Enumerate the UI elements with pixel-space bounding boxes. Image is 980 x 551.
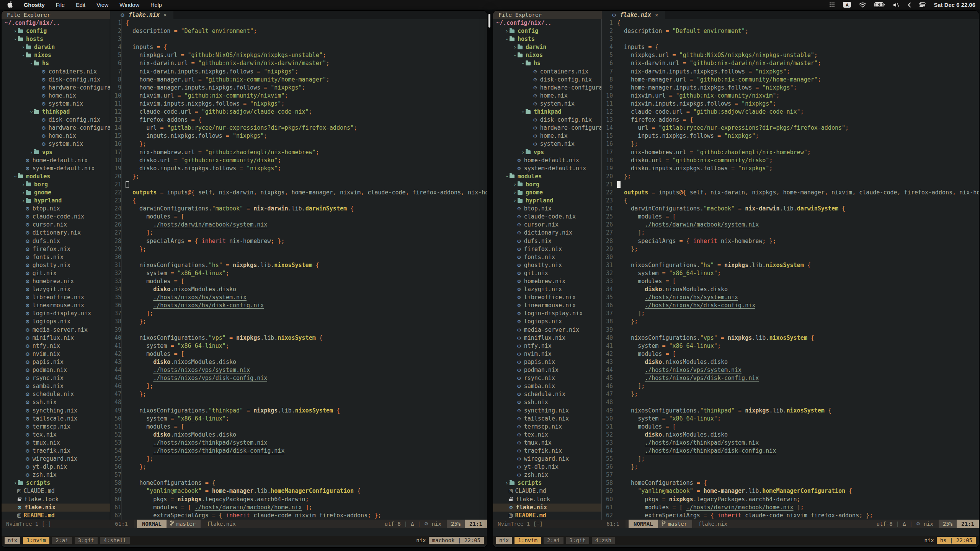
code-line[interactable]: 40 nixosConfigurations."vps" = nixpkgs.l… [602,334,979,342]
code-line[interactable]: 15 inputs.nixpkgs.follows = "nixpkgs"; [110,132,487,140]
tree-item[interactable]: ~/.config/nix/.. [493,19,601,27]
tree-item[interactable]: ⚙traefik.nix [493,447,601,455]
tree-item[interactable]: ⚙podman.nix [493,366,601,374]
wifi-icon[interactable] [859,0,866,10]
tree-item[interactable]: ⚙btop.nix [2,205,110,213]
tree-item[interactable]: ›hs [2,59,110,67]
tab-flake-nix[interactable]: ⚙flake.nix× [602,11,665,19]
code-line[interactable]: 31 nixosConfigurations."hs" = nixpkgs.li… [110,261,487,269]
tree-item[interactable]: ›vps [2,148,110,156]
tree-item[interactable]: ›gnome [2,189,110,197]
tree-item[interactable]: ~/.config/nix/.. [2,19,110,27]
tmux-window-3[interactable]: 3:git [75,537,98,544]
code-line[interactable]: 34 disko.nixosModules.disko [602,285,979,293]
code-line[interactable]: 48 [110,398,487,406]
tree-item[interactable]: ⚙firefox.nix [493,245,601,253]
tree-item[interactable]: ⚙disk-config.nix [2,76,110,84]
code-line[interactable]: 5 nixpkgs.url = "github:NixOS/nixpkgs/ni… [110,51,487,59]
code-line[interactable]: 17 nix-homebrew.url = "github:zhaofengli… [110,148,487,156]
tree-item[interactable]: ⚙nvim.nix [493,350,601,358]
code-line[interactable]: 4 inputs = { [110,43,487,51]
menu-item-app[interactable]: Ghostty [24,2,45,8]
code-line[interactable]: 35 ./hosts/nixos/hs/system.nix [110,293,487,302]
code-line[interactable]: 6 nix-darwin.url = "github:nix-darwin/ni… [602,59,979,67]
tree-item[interactable]: ⚙logiops.nix [2,318,110,326]
code-line[interactable]: 7 nix-darwin.inputs.nixpkgs.follows = "n… [110,68,487,76]
tree-item[interactable]: ⚙dufs.nix [2,237,110,245]
tree-item[interactable]: ›thinkpad [493,108,601,116]
tree-item[interactable]: ⚙containers.nix [493,68,601,76]
tree-item[interactable]: ⚙lazygit.nix [493,285,601,293]
tmux-window-2[interactable]: 2:ai [52,537,72,544]
tree-item[interactable]: ⚙termscp.nix [2,423,110,431]
tree-item[interactable]: ⚙ntfy.nix [493,342,601,350]
tree-item[interactable]: ⚙disk-config.nix [493,116,601,124]
code-line[interactable]: 49 nixosConfigurations."thinkpad" = nixp… [602,407,979,415]
code-line[interactable]: 39 [602,326,979,334]
tree-item[interactable]: ⚙schedule.nix [493,390,601,398]
code-line[interactable]: 20 }; [602,173,979,181]
tree-item[interactable]: ⚙libreoffice.nix [2,293,110,302]
code-line[interactable]: 42 modules = [ [110,350,487,358]
code-line[interactable]: 35 ./hosts/nixos/hs/system.nix [602,293,979,302]
code-line[interactable]: 16 }; [602,140,979,148]
code-line[interactable]: 59 "yanlin@macbook" = home-manager.lib.h… [110,487,487,495]
code-line[interactable]: 50 system = "x86_64-linux"; [110,415,487,423]
code-line[interactable]: 4 inputs = { [602,43,979,51]
tree-item[interactable]: ⚙hardware-configura [493,84,601,92]
menu-item-file[interactable]: File [56,2,65,8]
tree-item[interactable]: ⚙traefik.nix [2,447,110,455]
menu-item-view[interactable]: View [96,2,108,8]
code-line[interactable]: 27 ]; [602,229,979,237]
control-center-icon[interactable] [919,0,926,10]
tree-item[interactable]: ⚙containers.nix [2,68,110,76]
tree-item[interactable]: ⚙flake.nix [493,504,601,512]
tree-item[interactable]: ⚙ssh.nix [2,398,110,406]
code-line[interactable]: 14 url = "gitlab:rycee/nur-expressions?d… [110,124,487,132]
tree-item[interactable]: ⚙disk-config.nix [493,76,601,84]
code-line[interactable]: 25 modules = [ [110,213,487,221]
code-line[interactable]: 6 nix-darwin.url = "github:nix-darwin/ni… [110,59,487,67]
tree-item[interactable]: ⚙zsh.nix [493,471,601,479]
code-line[interactable]: 27 ]; [110,229,487,237]
code-line[interactable]: 40 nixosConfigurations."vps" = nixpkgs.l… [110,334,487,342]
code-line[interactable]: 11 nixvim.inputs.nixpkgs.follows = "nixp… [110,100,487,108]
tree-item[interactable]: ⚙dictionary.nix [493,229,601,237]
tree-item[interactable]: ⚙tailscale.nix [493,415,601,423]
code-line[interactable]: 25 modules = [ [602,213,979,221]
code-line[interactable]: 20 }; [110,173,487,181]
tree-item[interactable]: MREADME.md [493,512,601,520]
tree-item[interactable]: ⚙rsync.nix [2,374,110,382]
code-line[interactable]: 8 home-manager.url = "github:nix-communi… [110,76,487,84]
code-line[interactable]: 36 ./hosts/nixos/hs/disk-config.nix [602,302,979,310]
tree-item[interactable]: ⚙git.nix [2,269,110,277]
code-line[interactable]: 29 }; [110,245,487,253]
tree-item[interactable]: ›hyprland [2,197,110,205]
tree-item[interactable]: ⚙home-default.nix [493,156,601,165]
tree-item[interactable]: ⚙ghostty.nix [2,261,110,269]
code-line[interactable]: 2 description = "Default environment"; [110,27,487,35]
tree-item[interactable]: ⚙ssh.nix [493,398,601,406]
code-line[interactable]: 11 nixvim.inputs.nixpkgs.follows = "nixp… [602,100,979,108]
tree-item[interactable]: ⚙home-default.nix [2,156,110,165]
tmux-session-name[interactable]: nix [496,537,512,544]
code-line[interactable]: 48 [602,398,979,406]
close-icon[interactable]: × [655,12,658,18]
code-line[interactable]: 1{ [110,19,487,27]
tree-item[interactable]: ⚙system-default.nix [493,165,601,173]
tree-item[interactable]: MCLAUDE.md [493,487,601,495]
code-line[interactable]: 33 modules = [ [110,277,487,285]
input-source-icon[interactable]: A [843,2,851,8]
tree-item[interactable]: ⚙samba.nix [493,382,601,390]
tree-item[interactable]: ⚙homebrew.nix [2,277,110,285]
tree-item[interactable]: ⚙samba.nix [2,382,110,390]
tree-item[interactable]: ⚙nvim.nix [2,350,110,358]
tree-item[interactable]: ⚙schedule.nix [2,390,110,398]
tree-item[interactable]: ⚙homebrew.nix [493,277,601,285]
tree-item[interactable]: ⚙podman.nix [2,366,110,374]
code-line[interactable]: 12 claude-code.url = "github:sadjow/clau… [602,108,979,116]
tmux-window-4[interactable]: 4:shell [100,537,130,544]
tree-item[interactable]: ⚙home.nix [493,132,601,140]
tree-item[interactable]: ⚙cursor.nix [493,221,601,229]
tree-item[interactable]: ⚙wireguard.nix [493,455,601,463]
